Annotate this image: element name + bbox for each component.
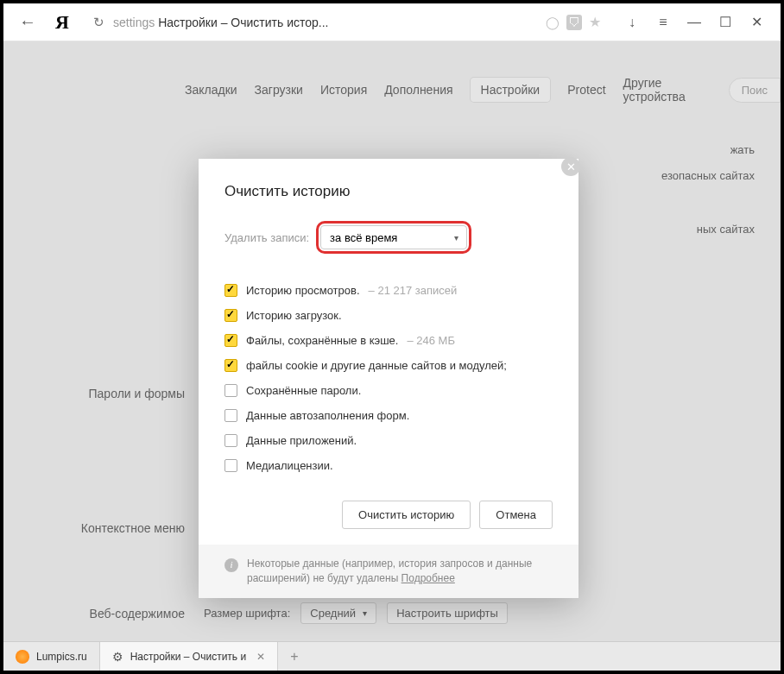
settings-nav-tabs: Закладки Загрузки История Дополнения Нас… bbox=[3, 76, 781, 104]
clear-item-row: файлы cookie и другие данные сайтов и мо… bbox=[224, 353, 553, 378]
info-icon: i bbox=[224, 558, 238, 572]
checkbox[interactable] bbox=[224, 459, 237, 472]
reload-icon[interactable]: ↻ bbox=[93, 15, 104, 30]
checkbox-label[interactable]: Историю просмотров. bbox=[246, 284, 360, 297]
time-range-label: Удалить записи: bbox=[224, 231, 309, 244]
checkbox[interactable] bbox=[224, 334, 237, 347]
lumpics-favicon-icon bbox=[16, 650, 29, 664]
bookmark-star-icon[interactable]: ★ bbox=[589, 14, 601, 30]
bg-text-fragment: ных сайтах bbox=[697, 223, 755, 236]
checkbox-suffix: – 246 МБ bbox=[407, 334, 455, 347]
bg-text-fragment: жать bbox=[730, 143, 755, 156]
checkbox[interactable] bbox=[224, 309, 237, 322]
checkbox[interactable] bbox=[224, 384, 237, 397]
checkbox-label[interactable]: файлы cookie и другие данные сайтов и мо… bbox=[246, 359, 507, 372]
compass-icon[interactable]: ◯ bbox=[546, 16, 560, 29]
nav-tab-bookmarks[interactable]: Закладки bbox=[185, 83, 237, 97]
back-button[interactable]: ← bbox=[14, 9, 41, 36]
time-range-select[interactable]: за всё время bbox=[320, 225, 467, 249]
checkbox-label[interactable]: Данные автозаполнения форм. bbox=[246, 409, 409, 422]
dialog-footer-note: i Некоторые данные (например, история за… bbox=[199, 545, 579, 598]
configure-fonts-button[interactable]: Настроить шрифты bbox=[387, 602, 508, 624]
shield-icon[interactable]: ⛉ bbox=[566, 15, 582, 30]
section-label-passwords: Пароли и формы bbox=[73, 387, 193, 400]
nav-tab-settings[interactable]: Настройки bbox=[471, 78, 551, 102]
nav-tab-addons[interactable]: Дополнения bbox=[384, 83, 452, 97]
checkbox-label[interactable]: Медиалицензии. bbox=[246, 459, 333, 472]
window-close-button[interactable]: ✕ bbox=[743, 9, 770, 36]
checkbox-label[interactable]: Данные приложений. bbox=[246, 434, 357, 447]
checkbox[interactable] bbox=[224, 284, 237, 297]
chevron-down-icon: ▾ bbox=[363, 608, 367, 618]
font-size-select[interactable]: Средний▾ bbox=[300, 602, 376, 624]
settings-search-input[interactable]: Поис bbox=[729, 78, 781, 103]
clear-history-dialog: ✕ Очистить историю Удалить записи: за вс… bbox=[199, 159, 579, 598]
new-tab-button[interactable]: + bbox=[278, 642, 310, 671]
nav-tab-devices[interactable]: Другие устройства bbox=[623, 76, 711, 104]
dialog-title: Очистить историю bbox=[224, 183, 553, 200]
font-size-label: Размер шрифта: bbox=[204, 607, 290, 620]
clear-item-row: Данные приложений. bbox=[224, 428, 553, 453]
checkbox-label[interactable]: Файлы, сохранённые в кэше. bbox=[246, 334, 398, 347]
clear-item-row: Историю просмотров. – 21 217 записей bbox=[224, 278, 553, 303]
window-minimize-button[interactable]: — bbox=[680, 9, 708, 36]
clear-item-row: Данные автозаполнения форм. bbox=[224, 403, 553, 428]
clear-item-row: Медиалицензии. bbox=[224, 453, 553, 478]
section-label-context-menu: Контекстное меню bbox=[73, 521, 193, 535]
clear-item-row: Историю загрузок. bbox=[224, 303, 553, 328]
menu-button[interactable]: ≡ bbox=[649, 9, 677, 36]
learn-more-link[interactable]: Подробнее bbox=[401, 572, 455, 584]
clear-items-list: Историю просмотров. – 21 217 записейИсто… bbox=[224, 278, 553, 478]
nav-tab-downloads[interactable]: Загрузки bbox=[255, 83, 303, 97]
bg-text-fragment: езопасных сайтах bbox=[661, 169, 755, 182]
taskbar: Lumpics.ru ⚙ Настройки – Очистить и ✕ + bbox=[3, 641, 781, 671]
tab-close-icon[interactable]: ✕ bbox=[256, 651, 265, 663]
checkbox-suffix: – 21 217 записей bbox=[369, 284, 458, 297]
nav-tab-history[interactable]: История bbox=[320, 83, 367, 97]
section-label-web-content: Веб-содержимое bbox=[73, 607, 193, 620]
taskbar-tab-lumpics[interactable]: Lumpics.ru bbox=[3, 642, 100, 671]
dialog-close-button[interactable]: ✕ bbox=[561, 157, 580, 176]
checkbox[interactable] bbox=[224, 409, 237, 422]
clear-item-row: Сохранённые пароли. bbox=[224, 378, 553, 403]
taskbar-tab-settings[interactable]: ⚙ Настройки – Очистить и ✕ bbox=[100, 642, 278, 671]
gear-icon: ⚙ bbox=[112, 650, 123, 664]
checkbox-label[interactable]: Сохранённые пароли. bbox=[246, 384, 361, 397]
yandex-logo[interactable]: Я bbox=[48, 9, 76, 36]
nav-tab-protect[interactable]: Protect bbox=[567, 83, 605, 97]
checkbox[interactable] bbox=[224, 434, 237, 447]
clear-item-row: Файлы, сохранённые в кэше. – 246 МБ bbox=[224, 328, 553, 353]
time-range-highlight: за всё время ▾ bbox=[316, 221, 471, 254]
checkbox-label[interactable]: Историю загрузок. bbox=[246, 309, 342, 322]
browser-toolbar: ← Я ↻ settings Настройки – Очистить исто… bbox=[3, 3, 781, 41]
address-right-icons: ◯ ⛉ ★ bbox=[546, 14, 601, 30]
window-maximize-button[interactable]: ☐ bbox=[711, 9, 739, 36]
clear-history-button[interactable]: Очистить историю bbox=[342, 501, 471, 529]
address-text: settings Настройки – Очистить истор... bbox=[113, 16, 329, 29]
cancel-button[interactable]: Отмена bbox=[479, 501, 553, 529]
address-bar[interactable]: ↻ settings Настройки – Очистить истор...… bbox=[83, 9, 611, 36]
checkbox[interactable] bbox=[224, 359, 237, 372]
downloads-button[interactable]: ↓ bbox=[618, 9, 646, 36]
